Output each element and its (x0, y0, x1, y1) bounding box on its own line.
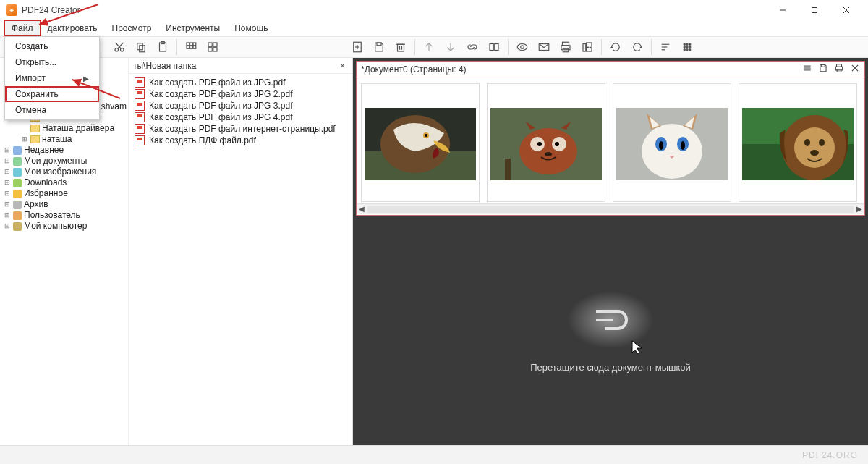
file-row[interactable]: Как создать PDF файл интернет-страницы.p… (129, 123, 352, 135)
menu-help[interactable]: Помощь (227, 20, 275, 36)
tree-item-label: Наташа драйвера (42, 123, 114, 134)
file-menu-save[interactable]: Сохранить (5, 86, 99, 102)
window-maximize-button[interactable] (799, 0, 830, 20)
page-thumb-3[interactable] (613, 83, 731, 202)
rotate-right-button[interactable] (626, 37, 648, 57)
menu-tools[interactable]: Инструменты (158, 20, 227, 36)
file-menu-open[interactable]: Открыть... (5, 54, 99, 70)
window-close-button[interactable] (830, 0, 862, 20)
menu-bar: Файл дактировать Просмотр Инструменты По… (0, 20, 868, 36)
doc-save-icon[interactable] (818, 63, 828, 75)
drop-zone[interactable]: Перетащите сюда документ мышкой (353, 219, 868, 445)
tree-expand-icon[interactable]: ⊞ (3, 199, 11, 210)
svg-rect-19 (193, 46, 196, 49)
path-close-button[interactable]: × (337, 61, 348, 71)
delete-button[interactable] (390, 37, 412, 57)
images-icon (13, 168, 22, 177)
svg-rect-20 (208, 43, 212, 46)
apps-button[interactable] (676, 37, 698, 57)
tree-expand-icon[interactable]: ⊞ (20, 134, 28, 145)
document-title: *Документ0 (Страницы: 4) (361, 64, 467, 75)
tree-item[interactable]: ⊞Избранное (1, 188, 128, 199)
link-button[interactable] (461, 37, 483, 57)
document-strip: *Документ0 (Страницы: 4) (356, 61, 865, 216)
file-row[interactable]: Как создать PDF файл из JPG 3.pdf (129, 100, 352, 111)
doc-close-icon[interactable] (850, 63, 860, 75)
grid-small-button[interactable] (180, 37, 202, 57)
menu-view[interactable]: Просмотр (105, 20, 159, 36)
save-button[interactable] (368, 37, 390, 57)
file-menu-cancel[interactable]: Отмена (5, 102, 99, 118)
tree-item[interactable]: Наташа драйвера (1, 123, 128, 134)
scroll-right-icon[interactable]: ▶ (856, 205, 862, 213)
tree-expand-icon[interactable]: ⊞ (3, 210, 11, 221)
svg-rect-62 (837, 64, 842, 67)
file-menu-import[interactable]: Импорт▶ (5, 70, 99, 86)
recent-icon (13, 146, 22, 155)
docs-icon (13, 157, 22, 166)
doc-print-icon[interactable] (834, 63, 844, 75)
fax-button[interactable] (576, 37, 598, 57)
move-up-button[interactable] (418, 37, 440, 57)
path-bar: ты\Новая папка × (129, 58, 352, 74)
tree-item-label: Архив (24, 199, 48, 210)
menu-file[interactable]: Файл (4, 20, 41, 36)
tree-item[interactable]: ⊞наташа (1, 134, 128, 145)
paste-button[interactable] (152, 37, 174, 57)
tree-expand-icon[interactable]: ⊞ (3, 166, 11, 177)
tree-expand-icon[interactable]: ⊞ (3, 156, 11, 166)
grid-large-button[interactable] (202, 37, 224, 57)
svg-rect-14 (187, 43, 190, 46)
page-thumb-1[interactable] (361, 83, 480, 202)
drop-zone-hint: Перетащите сюда документ мышкой (530, 362, 691, 373)
email-button[interactable] (533, 37, 555, 57)
scrollbar-track[interactable] (367, 206, 854, 213)
file-name: Как создать PDF файл из JPG 2.pdf (149, 89, 292, 99)
svg-rect-16 (193, 43, 196, 46)
file-list[interactable]: Как создать PDF файл из JPG.pdfКак созда… (129, 74, 352, 149)
new-page-button[interactable] (346, 37, 368, 57)
tree-item-label: наташа (42, 134, 72, 145)
tree-item[interactable]: ⊞Архив (1, 199, 128, 210)
tree-item[interactable]: ⊞Мои документы (1, 156, 128, 166)
rotate-left-button[interactable] (605, 37, 626, 57)
tree-item[interactable]: ⊞Пользователь (1, 210, 128, 221)
doc-menu-icon[interactable] (802, 63, 812, 75)
tree-item[interactable]: ⊞Мои изображения (1, 166, 128, 177)
scroll-left-icon[interactable]: ◀ (359, 205, 365, 213)
svg-point-76 (537, 142, 542, 146)
pdf-file-icon (135, 135, 145, 145)
sort-button[interactable] (655, 37, 676, 57)
svg-rect-79 (505, 159, 511, 180)
file-row[interactable]: Как создать PDF файл из JPG 2.pdf (129, 88, 352, 100)
page-thumb-4[interactable] (739, 83, 857, 202)
tree-item[interactable]: ⊞Downloads (1, 177, 128, 188)
tree-expand-icon[interactable]: ⊞ (3, 188, 11, 199)
computer-icon (13, 222, 22, 231)
tree-expand-icon[interactable]: ⊞ (3, 221, 11, 232)
file-row[interactable]: Как создать PDF файл из JPG 4.pdf (129, 111, 352, 123)
window-minimize-button[interactable] (767, 0, 799, 20)
thumbnails-scrollbar[interactable]: ◀ ▶ (357, 203, 864, 214)
print-button[interactable] (555, 37, 576, 57)
tree-item[interactable]: ⊞Недавнее (1, 145, 128, 156)
align-button[interactable] (483, 37, 505, 57)
svg-point-54 (689, 46, 691, 48)
copy-button[interactable] (130, 37, 152, 57)
svg-rect-15 (190, 43, 193, 46)
page-thumb-2[interactable] (487, 83, 605, 202)
preview-button[interactable] (511, 37, 533, 57)
archive-icon (13, 201, 22, 209)
tree-expand-icon[interactable]: ⊞ (3, 145, 11, 156)
title-bar: ✦ PDF24 Creator (0, 0, 868, 20)
file-row[interactable]: Как создать ПДФ файл.pdf (129, 135, 352, 146)
move-down-button[interactable] (440, 37, 461, 57)
svg-point-51 (689, 43, 691, 45)
cut-button[interactable] (109, 37, 130, 57)
menu-edit[interactable]: дактировать (41, 20, 105, 36)
tree-expand-icon[interactable]: ⊞ (3, 177, 11, 188)
file-row[interactable]: Как создать PDF файл из JPG.pdf (129, 77, 352, 88)
svg-rect-42 (583, 44, 586, 52)
file-menu-create[interactable]: Создать (5, 38, 99, 54)
tree-item[interactable]: ⊞Мой компьютер (1, 221, 128, 232)
